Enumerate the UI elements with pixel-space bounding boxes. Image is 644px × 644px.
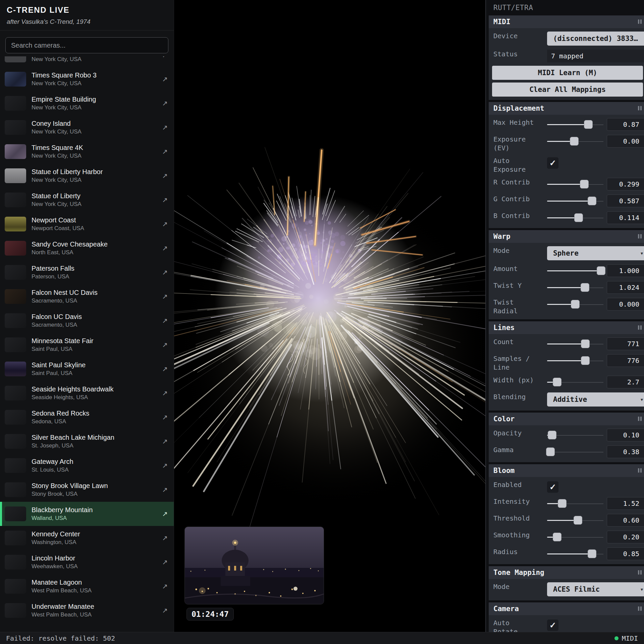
open-external-icon[interactable]: ↗	[162, 606, 168, 614]
slider-thumb[interactable]	[558, 499, 567, 508]
panel-button[interactable]: Clear All Mappings	[492, 83, 643, 97]
camera-list-item[interactable]: Times Square Robo 3 New York City, USA ↗	[0, 67, 174, 91]
slider-thumb[interactable]	[581, 283, 589, 292]
value-box[interactable]: 2.7	[607, 376, 644, 388]
camera-list-item[interactable]: Lincoln Harbor Weehawken, USA ↗	[0, 550, 174, 574]
value-box[interactable]: 1.024	[607, 281, 644, 294]
camera-list[interactable]: New York City, USA ↗ Times Square Robo 3…	[0, 56, 174, 632]
slider-thumb[interactable]	[588, 549, 596, 558]
camera-list-item[interactable]: Sandy Cove Chesapeake North East, USA ↗	[0, 236, 174, 260]
value-box[interactable]: 0.00	[607, 135, 644, 148]
open-external-icon[interactable]: ↗	[162, 486, 168, 494]
value-box[interactable]: 771	[607, 337, 644, 350]
open-external-icon[interactable]: ↗	[162, 462, 168, 470]
camera-list-item[interactable]: Times Square 4K New York City, USA ↗	[0, 140, 174, 164]
pause-icon[interactable]	[638, 19, 642, 24]
dropdown[interactable]: Additive ▾	[547, 392, 644, 407]
pause-icon[interactable]	[638, 417, 642, 421]
value-box[interactable]: 0.87	[607, 118, 644, 131]
pause-icon[interactable]	[638, 606, 642, 611]
open-external-icon[interactable]: ↗	[162, 365, 168, 373]
open-external-icon[interactable]: ↗	[162, 148, 168, 156]
slider-track[interactable]	[547, 533, 603, 541]
slider-track[interactable]	[547, 300, 603, 309]
slider-thumb[interactable]	[581, 356, 590, 365]
slider-thumb[interactable]	[574, 516, 582, 525]
value-box[interactable]: 0.587	[607, 195, 644, 207]
checkbox[interactable]: ✓	[547, 481, 558, 493]
dropdown[interactable]: ACES Filmic ▾	[547, 582, 644, 596]
slider-thumb[interactable]	[553, 533, 561, 541]
pause-icon[interactable]	[638, 325, 642, 330]
slider-thumb[interactable]	[584, 120, 593, 129]
camera-list-item[interactable]: Blackberry Mountain Walland, USA ↗	[0, 502, 174, 526]
open-external-icon[interactable]: ↗	[162, 56, 168, 59]
value-box[interactable]: 0.38	[607, 445, 644, 458]
slider-track[interactable]	[547, 356, 603, 365]
open-external-icon[interactable]: ↗	[162, 196, 168, 204]
value-box[interactable]: 776	[607, 354, 644, 367]
camera-list-item[interactable]: Kennedy Center Washington, USA ↗	[0, 526, 174, 550]
value-box[interactable]: 0.114	[607, 211, 644, 224]
camera-list-item[interactable]: Empire State Building New York City, USA…	[0, 91, 174, 115]
camera-list-item[interactable]: Manatee Lagoon West Palm Beach, USA ↗	[0, 574, 174, 598]
camera-list-item[interactable]: Coney Island New York City, USA ↗	[0, 115, 174, 140]
pause-icon[interactable]	[638, 234, 642, 238]
pause-icon[interactable]	[638, 468, 642, 473]
value-box[interactable]: 1.52	[607, 497, 644, 510]
dropdown[interactable]: Sphere ▾	[547, 246, 644, 260]
slider-track[interactable]	[547, 266, 603, 275]
open-external-icon[interactable]: ↗	[162, 220, 168, 228]
search-input[interactable]	[5, 37, 168, 53]
value-box[interactable]: 0.000	[607, 298, 644, 311]
camera-list-item[interactable]: Paterson Falls Paterson, USA ↗	[0, 260, 174, 284]
dropdown[interactable]: (disconnected) 3833… ▾	[547, 32, 644, 46]
slider-thumb[interactable]	[588, 197, 596, 205]
value-box[interactable]: 0.10	[607, 429, 644, 441]
panel-button[interactable]: MIDI Learn (M)	[492, 66, 643, 80]
camera-list-item[interactable]: Falcon Nest UC Davis Sacramento, USA ↗	[0, 284, 174, 309]
slider-track[interactable]	[547, 431, 603, 439]
open-external-icon[interactable]: ↗	[162, 75, 168, 83]
camera-list-item[interactable]: Stony Brook Village Lawn Stony Brook, US…	[0, 478, 174, 502]
value-box[interactable]: 1.000	[607, 264, 644, 277]
slider-track[interactable]	[547, 283, 603, 292]
camera-list-item[interactable]: Statue of Liberty Harbor New York City, …	[0, 164, 174, 188]
slider-thumb[interactable]	[548, 431, 556, 439]
open-external-icon[interactable]: ↗	[162, 582, 168, 590]
slider-track[interactable]	[547, 180, 603, 189]
camera-list-item[interactable]: Falcon UC Davis Sacramento, USA ↗	[0, 309, 174, 333]
value-box[interactable]: 0.60	[607, 514, 644, 527]
pause-icon[interactable]	[638, 570, 642, 575]
open-external-icon[interactable]: ↗	[162, 510, 168, 518]
slider-track[interactable]	[547, 549, 603, 558]
render-canvas[interactable]: 01:24:47	[174, 0, 485, 632]
slider-thumb[interactable]	[597, 266, 605, 275]
slider-thumb[interactable]	[570, 137, 579, 146]
slider-track[interactable]	[547, 447, 603, 456]
camera-list-item[interactable]: Newport Coast Newport Coast, USA ↗	[0, 212, 174, 236]
checkbox[interactable]: ✓	[547, 157, 558, 169]
camera-list-item[interactable]: Underwater Manatee West Palm Beach, USA …	[0, 598, 174, 623]
camera-list-item[interactable]: Silver Beach Lake Michigan St. Joseph, U…	[0, 429, 174, 453]
open-external-icon[interactable]: ↗	[162, 341, 168, 349]
open-external-icon[interactable]: ↗	[162, 292, 168, 301]
open-external-icon[interactable]: ↗	[162, 244, 168, 252]
slider-thumb[interactable]	[581, 339, 590, 348]
open-external-icon[interactable]: ↗	[162, 558, 168, 566]
slider-thumb[interactable]	[580, 180, 589, 189]
slider-track[interactable]	[547, 137, 603, 146]
slider-track[interactable]	[547, 339, 603, 348]
value-box[interactable]: 0.299	[607, 178, 644, 191]
checkbox[interactable]: ✓	[547, 620, 558, 631]
camera-list-item[interactable]: Saint Paul Skyline Saint Paul, USA ↗	[0, 357, 174, 381]
open-external-icon[interactable]: ↗	[162, 123, 168, 131]
camera-list-item[interactable]: Seaside Heights Boardwalk Seaside Height…	[0, 381, 174, 405]
open-external-icon[interactable]: ↗	[162, 389, 168, 397]
open-external-icon[interactable]: ↗	[162, 268, 168, 276]
open-external-icon[interactable]: ↗	[162, 437, 168, 445]
open-external-icon[interactable]: ↗	[162, 534, 168, 542]
camera-list-item-partial[interactable]: New York City, USA ↗	[0, 56, 174, 67]
slider-track[interactable]	[547, 378, 603, 386]
slider-track[interactable]	[547, 499, 603, 508]
